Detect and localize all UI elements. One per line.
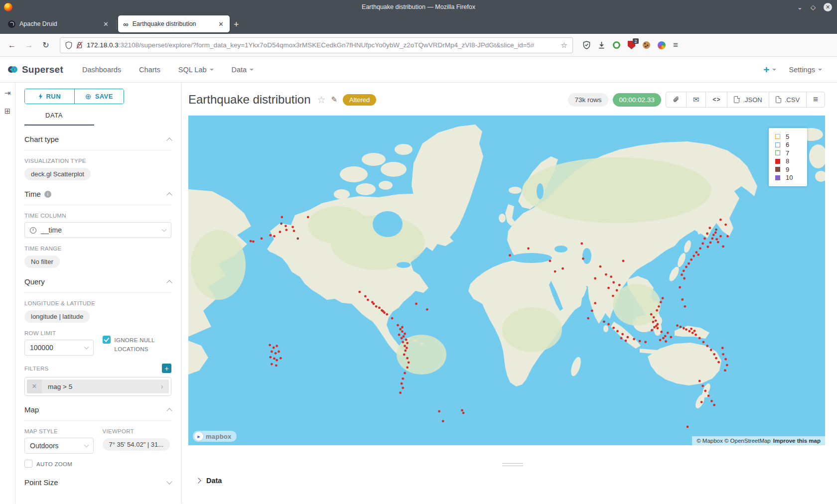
expand-filter-icon[interactable]: › [155,382,169,390]
new-chart-button[interactable]: + [763,64,776,76]
expand-panel-icon[interactable]: ⇥ [4,89,11,98]
earthquake-point[interactable] [401,330,404,333]
bookmark-star-icon[interactable]: ☆ [561,41,567,50]
section-header[interactable]: Query [24,277,171,293]
lonlat-pill[interactable]: longitude | latitude [24,310,90,323]
tab-data[interactable]: DATA [24,112,171,126]
earthquake-point[interactable] [252,241,255,243]
adblock-shield-icon[interactable]: 2 [628,41,635,49]
earthquake-point[interactable] [706,345,708,347]
earthquake-point[interactable] [724,224,727,226]
earthquake-point[interactable] [278,351,280,353]
dataset-grid-icon[interactable]: ⊞ [4,107,11,116]
earthquake-point[interactable] [554,270,557,273]
earthquake-point[interactable] [285,229,287,231]
earthquake-point[interactable] [717,361,720,364]
earthquake-point[interactable] [681,298,684,301]
earthquake-point[interactable] [587,317,589,320]
earthquake-point[interactable] [399,328,402,331]
earthquake-point[interactable] [688,330,691,333]
legend-item-9[interactable]: 9 [775,165,807,174]
earthquake-point[interactable] [690,328,693,330]
earthquake-point[interactable] [693,255,695,257]
earthquake-point[interactable] [621,333,624,336]
tab-close-icon[interactable]: ✕ [102,20,110,28]
superset-logo[interactable]: Superset [8,64,63,75]
earthquake-point[interactable] [714,232,717,234]
earthquake-point[interactable] [293,230,295,232]
earthquake-point[interactable] [713,353,715,356]
earthquake-point[interactable] [724,369,726,372]
url-text[interactable]: 172.18.0.3:32108/superset/explore/?form_… [87,41,557,49]
earthquake-point[interactable] [599,265,602,268]
mapbox-logo[interactable]: ▸ mapbox [193,431,237,442]
earthquake-point[interactable] [442,420,444,422]
earthquake-point[interactable] [401,337,403,340]
altered-badge[interactable]: Altered [343,94,376,106]
earthquake-point[interactable] [717,241,719,244]
earthquake-point[interactable] [616,330,619,333]
map-style-select[interactable]: Outdoors [24,438,94,454]
earthquake-point[interactable] [722,245,724,248]
tab-close-icon[interactable]: ✕ [217,20,225,28]
earthquake-point[interactable] [710,400,713,402]
earthquake-point[interactable] [296,238,299,240]
downloads-icon[interactable] [598,41,605,49]
earthquake-point[interactable] [273,235,276,238]
earthquake-point[interactable] [726,364,728,367]
earthquake-point[interactable] [620,337,623,340]
earthquake-point[interactable] [364,295,367,297]
export-csv-button[interactable]: .CSV [769,92,806,107]
earthquake-point[interactable] [527,247,530,250]
earthquake-point[interactable] [426,308,428,311]
earthquake-point[interactable] [612,327,615,329]
earthquake-point[interactable] [655,319,657,322]
earthquake-point[interactable] [603,320,605,323]
earthquake-point[interactable] [269,344,271,346]
earthquake-point[interactable] [688,262,690,265]
earthquake-point[interactable] [662,337,665,340]
legend-item-10[interactable]: 10 [775,174,807,182]
earthquake-point[interactable] [415,303,418,305]
window-maximize-icon[interactable]: ◇ [811,4,816,10]
earthquake-point[interactable] [607,287,610,289]
earthquake-point[interactable] [687,426,689,428]
earthquake-point[interactable] [399,391,402,394]
earthquake-point[interactable] [404,372,406,375]
panel-resize-handle[interactable] [502,463,523,466]
earthquake-point[interactable] [406,347,408,349]
earthquake-point[interactable] [657,327,659,330]
earthquake-point[interactable] [279,357,282,360]
earthquake-point[interactable] [404,350,407,352]
earthquake-point[interactable] [706,233,708,235]
earthquake-point[interactable] [722,353,724,356]
earthquake-point[interactable] [701,243,704,245]
earthquake-point[interactable] [378,307,381,309]
earthquake-point[interactable] [701,384,704,387]
edit-properties-icon[interactable]: ✎ [331,95,338,104]
earthquake-point[interactable] [406,366,409,369]
earthquake-point[interactable] [683,277,686,280]
run-button[interactable]: RUN [25,89,74,104]
earthquake-point[interactable] [698,380,701,382]
earthquake-point[interactable] [683,327,685,330]
improve-map-link[interactable]: Improve this map [773,438,821,444]
earthquake-point[interactable] [402,341,404,343]
viz-type-pill[interactable]: deck.gl Scatterplot [24,168,91,180]
earthquake-point[interactable] [639,340,641,342]
earthquake-point[interactable] [371,301,374,303]
earthquake-point[interactable] [685,266,688,268]
earthquake-point[interactable] [662,297,664,299]
earthquake-point[interactable] [610,275,612,278]
earthquake-point[interactable] [250,240,252,243]
earthquake-point[interactable] [397,324,399,327]
reload-icon[interactable]: ↻ [39,40,53,50]
earthquake-point[interactable] [594,302,596,304]
tracking-shield-icon[interactable] [65,41,72,49]
earthquake-point[interactable] [644,341,647,343]
row-limit-select[interactable]: 100000 [24,340,94,356]
earthquake-point[interactable] [273,347,275,349]
nav-sql-lab[interactable]: SQL Lab [178,66,214,74]
earthquake-point[interactable] [405,339,408,341]
earthquake-point[interactable] [271,351,273,353]
